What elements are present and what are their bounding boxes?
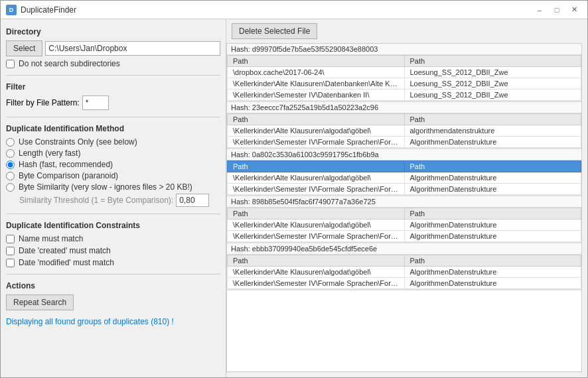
path-cell-right: Loesung_SS_2012_DBII_Zwe — [404, 67, 581, 78]
group-header: Hash: 23eeccc7fa2525a19b5d1a50223a2c96 — [227, 102, 581, 113]
path-cell-right: AlgorithmenDatenstrukture — [404, 137, 581, 148]
path-cell-left: \Kellerkinder\Alte Klausuren\algodat\göb… — [228, 172, 405, 184]
group-block: Hash: 898b85e504f5fac6f749077a7a36e725Pa… — [227, 196, 581, 243]
path-cell-right: AlgorithmenDatenstrukture — [404, 184, 581, 195]
path-cell-right: AlgorithmenDatenstrukture — [404, 172, 581, 184]
title-bar: D DuplicateFinder – □ ✕ — [1, 1, 587, 19]
filter-row: Filter by File Pattern: — [6, 95, 220, 110]
method-length-row: Length (very fast) — [6, 149, 220, 158]
minimize-button[interactable]: – — [532, 4, 548, 16]
similarity-threshold-row: Similarity Threshold (1 = Byte Compariso… — [19, 194, 220, 207]
table-row[interactable]: \Kellerkinder\Alte Klausuren\Datenbanken… — [228, 78, 581, 90]
column-header: Path — [228, 114, 405, 125]
column-header: Path — [228, 161, 405, 172]
table-row[interactable]: \Kellerkinder\Semester IV\Formale Sprach… — [228, 137, 581, 148]
method-constraints-row: Use Constraints Only (see below) — [6, 137, 220, 147]
method-constraints-radio[interactable] — [6, 138, 15, 147]
table-row[interactable]: \Kellerkinder\Alte Klausuren\algodat\göb… — [228, 172, 581, 184]
right-toolbar: Delete Selected File — [226, 19, 587, 43]
column-header: Path — [404, 255, 581, 267]
group-table: PathPath\Kellerkinder\Alte Klausuren\alg… — [227, 208, 581, 242]
right-panel: Delete Selected File Hash: d99970f5de7b5… — [226, 19, 587, 377]
constraint-name-row: Name must match — [6, 234, 220, 243]
path-cell-left: \Kellerkinder\Semester IV\Formale Sprach… — [228, 231, 405, 242]
method-section-title: Duplicate Identification Method — [6, 124, 220, 133]
group-table: PathPath\Kellerkinder\Alte Klausuren\alg… — [227, 113, 581, 148]
path-cell-left: \Kellerkinder\Semester IV\Formale Sprach… — [228, 184, 405, 195]
constraint-modified-label: Date 'modified' must match — [19, 258, 114, 267]
group-header: Hash: d99970f5de7b5ae53f55290843e88003 — [227, 44, 581, 55]
method-length-radio[interactable] — [6, 149, 15, 158]
constraint-created-row: Date 'created' must match — [6, 246, 220, 255]
method-byte-radio[interactable] — [6, 172, 15, 180]
constraint-name-checkbox[interactable] — [6, 235, 15, 243]
constraint-modified-row: Date 'modified' must match — [6, 258, 220, 267]
table-row[interactable]: \Kellerkinder\Alte Klausuren\algodat\göb… — [228, 125, 581, 137]
filter-section-title: Filter — [6, 82, 220, 92]
filter-input[interactable] — [82, 95, 109, 110]
path-cell-left: \dropbox.cache\2017-06-24\ — [228, 67, 405, 78]
table-row[interactable]: \Kellerkinder\Semester IV\Datenbanken II… — [228, 90, 581, 101]
table-row[interactable]: \Kellerkinder\Semester IV\Formale Sprach… — [228, 278, 581, 289]
constraint-modified-checkbox[interactable] — [6, 259, 15, 267]
group-block: Hash: ebbb37099940ea5b6de545cfdf5ece6ePa… — [227, 243, 581, 290]
main-window: D DuplicateFinder – □ ✕ Directory Select… — [0, 0, 588, 378]
window-title: DuplicateFinder — [21, 5, 532, 15]
column-header: Path — [228, 255, 405, 267]
column-header: Path — [404, 161, 581, 172]
method-similarity-radio[interactable] — [6, 183, 15, 192]
table-row[interactable]: \Kellerkinder\Alte Klausuren\algodat\göb… — [228, 267, 581, 278]
group-block: Hash: d99970f5de7b5ae53f55290843e88003Pa… — [227, 44, 581, 102]
group-header: Hash: ebbb37099940ea5b6de545cfdf5ece6e — [227, 243, 581, 255]
path-cell-left: \Kellerkinder\Alte Klausuren\algodat\göb… — [228, 267, 405, 278]
path-cell-left: \Kellerkinder\Alte Klausuren\algodat\göb… — [228, 125, 405, 137]
path-cell-left: \Kellerkinder\Semester IV\Formale Sprach… — [228, 137, 405, 148]
main-content: Directory Select Do not search subdirect… — [1, 19, 587, 377]
constraints-section-title: Duplicate Identification Constraints — [6, 221, 220, 230]
column-header: Path — [404, 56, 581, 67]
delete-selected-button[interactable]: Delete Selected File — [232, 23, 317, 39]
directory-section-title: Directory — [6, 27, 220, 36]
path-cell-left: \Kellerkinder\Alte Klausuren\Datenbanken… — [228, 78, 405, 90]
method-hash-row: Hash (fast, recommended) — [6, 160, 220, 169]
path-cell-right: Loesung_SS_2012_DBII_Zwe — [404, 78, 581, 90]
method-hash-radio[interactable] — [6, 160, 15, 169]
similarity-threshold-label: Similarity Threshold (1 = Byte Compariso… — [19, 196, 173, 205]
table-row[interactable]: \Kellerkinder\Semester IV\Formale Sprach… — [228, 231, 581, 242]
path-cell-left: \Kellerkinder\Semester IV\Datenbanken II… — [228, 90, 405, 101]
directory-input[interactable] — [45, 41, 220, 56]
no-subdirs-label: Do not search subdirectories — [19, 59, 120, 68]
group-table: PathPath\dropbox.cache\2017-06-24\Loesun… — [227, 55, 581, 101]
path-cell-left: \Kellerkinder\Semester IV\Formale Sprach… — [228, 278, 405, 289]
path-cell-right: AlgorithmenDatenstrukture — [404, 220, 581, 231]
app-icon: D — [6, 5, 17, 15]
group-block: Hash: 0a802c3530a61003c9591795c1fb6b9aPa… — [227, 149, 581, 196]
method-byte-label: Byte Comparison (paranoid) — [19, 171, 118, 180]
close-button[interactable]: ✕ — [566, 4, 582, 16]
similarity-threshold-input[interactable] — [176, 194, 209, 207]
no-subdirs-checkbox[interactable] — [6, 60, 15, 68]
group-block: Hash: 23eeccc7fa2525a19b5d1a50223a2c96Pa… — [227, 102, 581, 149]
path-cell-right: AlgorithmenDatenstrukture — [404, 231, 581, 242]
path-cell-right: Loesung_SS_2012_DBII_Zwe — [404, 90, 581, 101]
repeat-search-button[interactable]: Repeat Search — [6, 294, 74, 310]
method-length-label: Length (very fast) — [19, 149, 80, 158]
group-table: PathPath\Kellerkinder\Alte Klausuren\alg… — [227, 255, 581, 289]
method-hash-label: Hash (fast, recommended) — [19, 160, 113, 169]
constraint-created-checkbox[interactable] — [6, 247, 15, 255]
method-similarity-row: Byte Similarity (very slow - ignores fil… — [6, 182, 220, 192]
column-header: Path — [404, 208, 581, 220]
method-byte-row: Byte Comparison (paranoid) — [6, 171, 220, 180]
column-header: Path — [228, 56, 405, 67]
table-row[interactable]: \dropbox.cache\2017-06-24\Loesung_SS_201… — [228, 67, 581, 78]
maximize-button[interactable]: □ — [549, 4, 565, 16]
table-row[interactable]: \Kellerkinder\Semester IV\Formale Sprach… — [228, 184, 581, 195]
status-text: Displaying all found groups of duplicate… — [6, 317, 220, 326]
select-button[interactable]: Select — [6, 40, 42, 56]
constraint-created-label: Date 'created' must match — [19, 246, 111, 255]
no-subdirs-row: Do not search subdirectories — [6, 59, 220, 68]
group-header: Hash: 898b85e504f5fac6f749077a7a36e725 — [227, 196, 581, 208]
table-row[interactable]: \Kellerkinder\Alte Klausuren\algodat\göb… — [228, 220, 581, 231]
path-cell-left: \Kellerkinder\Alte Klausuren\algodat\göb… — [228, 220, 405, 231]
window-controls: – □ ✕ — [532, 4, 582, 16]
